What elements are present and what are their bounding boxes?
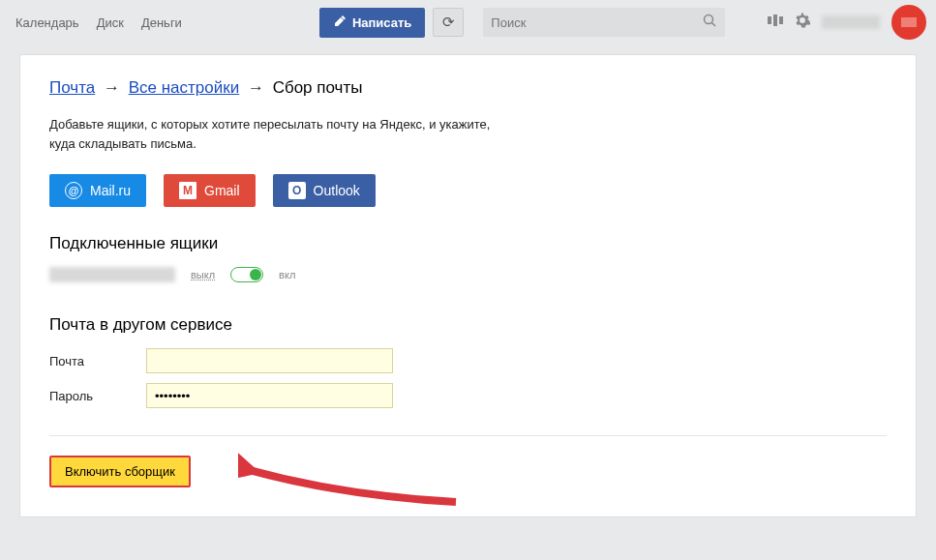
email-field[interactable] [146,348,393,373]
other-service-title: Почта в другом сервисе [49,315,887,335]
email-label: Почта [49,354,146,368]
disk-link[interactable]: Диск [97,15,124,30]
mailru-icon: @ [65,182,82,199]
search-box[interactable] [483,8,725,37]
svg-rect-4 [779,16,783,24]
search-input[interactable] [491,15,703,30]
toggle-switch[interactable] [230,267,263,282]
search-icon[interactable] [703,14,717,31]
svg-point-0 [705,15,713,24]
svg-rect-3 [773,15,777,26]
avatar[interactable] [891,5,926,40]
toggle-off-label[interactable]: выкл [191,269,215,280]
settings-icon[interactable] [795,13,810,32]
outlook-icon: O [288,182,306,199]
divider [49,435,887,436]
password-label: Пароль [49,389,146,403]
provider-outlook-label: Outlook [314,183,360,198]
compose-icon [333,15,347,31]
toggle-on-label: вкл [279,269,295,280]
refresh-button[interactable]: ⟳ [433,8,464,37]
crumb-current: Сбор почты [273,78,363,97]
provider-gmail-button[interactable]: M Gmail [164,174,256,207]
provider-gmail-label: Gmail [204,183,240,198]
crumb-all-settings[interactable]: Все настройки [129,78,239,97]
themes-icon[interactable] [768,14,783,31]
annotation-arrow-icon [238,440,461,508]
gmail-icon: M [179,182,196,199]
username-blurred [822,15,880,29]
compose-label: Написать [352,15,411,30]
provider-mailru-button[interactable]: @ Mail.ru [49,174,146,207]
svg-rect-2 [768,16,771,24]
crumb-mail[interactable]: Почта [49,78,95,97]
calendar-link[interactable]: Календарь [15,15,79,30]
lead-text: Добавьте ящики, с которых хотите пересыл… [49,115,514,153]
connected-title: Подключенные ящики [49,234,887,253]
enable-collector-button[interactable]: Включить сборщик [49,456,191,487]
svg-line-1 [712,23,716,27]
compose-button[interactable]: Написать [319,8,425,38]
provider-mailru-label: Mail.ru [90,183,131,198]
connected-email-blurred [49,267,175,282]
provider-outlook-button[interactable]: O Outlook [273,174,376,207]
password-field[interactable] [146,383,393,408]
refresh-icon: ⟳ [442,14,455,31]
money-link[interactable]: Деньги [141,15,182,30]
breadcrumb: Почта → Все настройки → Сбор почты [49,78,887,98]
